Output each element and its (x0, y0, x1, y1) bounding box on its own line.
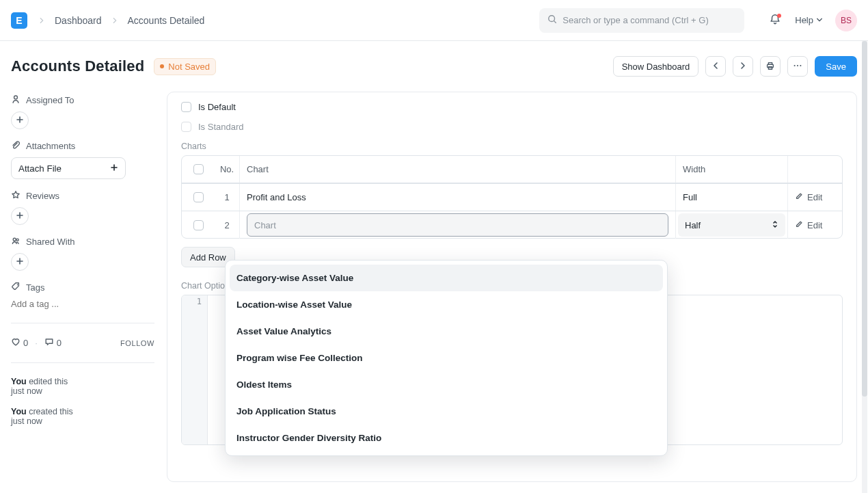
activity-item: You edited this just now (11, 377, 154, 396)
print-icon (765, 61, 775, 72)
dropdown-item[interactable]: Location-wise Asset Value (230, 291, 663, 318)
plus-icon (16, 116, 24, 126)
page-header: Accounts Detailed Not Saved Show Dashboa… (0, 41, 868, 82)
plus-icon (16, 257, 24, 267)
paperclip-icon (11, 140, 21, 152)
help-label: Help (795, 15, 813, 25)
search-box[interactable] (539, 8, 744, 33)
user-icon (11, 94, 21, 106)
comments[interactable]: 0 (44, 337, 62, 349)
dropdown-item[interactable]: Job Application Status (230, 398, 663, 425)
chevron-down-icon (816, 15, 823, 25)
page-actions: Show Dashboard Save (613, 56, 857, 77)
svg-point-6 (14, 96, 18, 99)
user-avatar[interactable]: BS (835, 10, 857, 31)
reviews-label: Reviews (26, 191, 59, 201)
tags-section: Tags (11, 282, 154, 309)
page: Accounts Detailed Not Saved Show Dashboa… (0, 41, 868, 493)
topbar-actions: Help BS (768, 10, 857, 31)
add-share-button[interactable] (11, 253, 29, 271)
table-header: No. Chart Width (182, 156, 842, 183)
is-default-checkbox[interactable] (181, 102, 191, 112)
search-input[interactable] (562, 15, 736, 25)
edit-row-button[interactable]: Edit (795, 220, 822, 230)
page-body: Assigned To Attachments Attach File (0, 82, 868, 493)
select-caret-icon (772, 219, 778, 231)
notifications-button[interactable] (768, 13, 783, 28)
col-width: Width (675, 156, 787, 183)
tag-input[interactable] (11, 299, 154, 309)
star-icon (11, 190, 21, 202)
reviews-section: Reviews (11, 190, 154, 225)
show-dashboard-button[interactable]: Show Dashboard (613, 56, 699, 77)
topbar: E Dashboard Accounts Detailed Help (0, 0, 868, 41)
save-button[interactable]: Save (815, 56, 857, 77)
dropdown-item[interactable]: Category-wise Asset Value (230, 265, 663, 291)
col-no: No. (215, 156, 239, 183)
chevron-right-icon (38, 17, 45, 24)
shared-with-label: Shared With (26, 237, 75, 247)
users-icon (11, 236, 21, 248)
row-chart[interactable]: Profit and Loss (239, 184, 675, 211)
tag-icon (11, 282, 21, 293)
more-icon (793, 61, 802, 72)
row-select-checkbox[interactable] (193, 192, 204, 202)
row-select-checkbox[interactable] (193, 220, 204, 230)
is-default-label: Is Default (198, 102, 236, 112)
svg-point-9 (17, 284, 18, 286)
heart-icon (11, 337, 21, 349)
assigned-to-section: Assigned To (11, 94, 154, 129)
dropdown-item[interactable]: Instructor Gender Diversity Ratio (230, 425, 663, 451)
print-button[interactable] (760, 56, 781, 77)
chart-dropdown[interactable]: Category-wise Asset Value Location-wise … (225, 260, 668, 456)
status-badge: Not Saved (154, 58, 216, 75)
dropdown-item[interactable]: Oldest Items (230, 371, 663, 398)
select-all-checkbox[interactable] (193, 164, 204, 174)
chevron-right-icon (739, 62, 747, 72)
avatar-initials: BS (841, 16, 852, 25)
dropdown-item[interactable]: Asset Value Analytics (230, 318, 663, 345)
help-menu[interactable]: Help (795, 15, 823, 25)
svg-point-3 (794, 64, 796, 66)
svg-point-4 (797, 64, 798, 66)
attach-file-label: Attach File (18, 163, 62, 174)
scrollbar-thumb[interactable] (862, 41, 867, 397)
row-no: 1 (215, 184, 239, 211)
comment-icon (44, 337, 54, 349)
notification-dot (777, 14, 781, 18)
charts-section-label: Charts (181, 142, 843, 151)
next-button[interactable] (733, 56, 753, 77)
attach-file-button[interactable]: Attach File (11, 157, 126, 179)
search-icon (547, 14, 557, 26)
more-menu-button[interactable] (787, 56, 808, 77)
is-standard-checkbox[interactable] (181, 122, 191, 132)
add-review-button[interactable] (11, 207, 29, 225)
chevron-right-icon (111, 17, 118, 24)
col-chart: Chart (239, 156, 675, 183)
breadcrumb-dashboard[interactable]: Dashboard (55, 15, 102, 26)
row-width[interactable]: Full (675, 184, 787, 211)
add-assignee-button[interactable] (11, 111, 29, 129)
chart-select-input[interactable] (247, 213, 668, 237)
dropdown-item[interactable]: Program wise Fee Collection (230, 345, 663, 371)
prev-button[interactable] (705, 56, 726, 77)
breadcrumb: Dashboard Accounts Detailed (38, 15, 204, 26)
edit-row-button[interactable]: Edit (795, 192, 822, 202)
app-logo[interactable]: E (11, 12, 27, 29)
plus-icon (16, 211, 24, 222)
chevron-left-icon (711, 62, 720, 72)
status-label: Not Saved (168, 62, 210, 72)
likes[interactable]: 0 (11, 337, 28, 349)
activity-feed: You edited this just now You created thi… (11, 377, 154, 426)
row-width-value: Half (685, 220, 701, 230)
row-width-select[interactable]: Half (678, 213, 785, 237)
page-title: Accounts Detailed (11, 57, 144, 75)
shared-with-section: Shared With (11, 236, 154, 271)
page-scrollbar[interactable] (862, 41, 867, 493)
follow-button[interactable]: FOLLOW (120, 339, 154, 347)
table-row: 1 Profit and Loss Full Edit (182, 183, 842, 211)
pencil-icon (795, 220, 803, 230)
app-logo-letter: E (16, 15, 22, 26)
is-standard-label: Is Standard (198, 122, 244, 132)
is-default-row: Is Default (181, 102, 843, 112)
